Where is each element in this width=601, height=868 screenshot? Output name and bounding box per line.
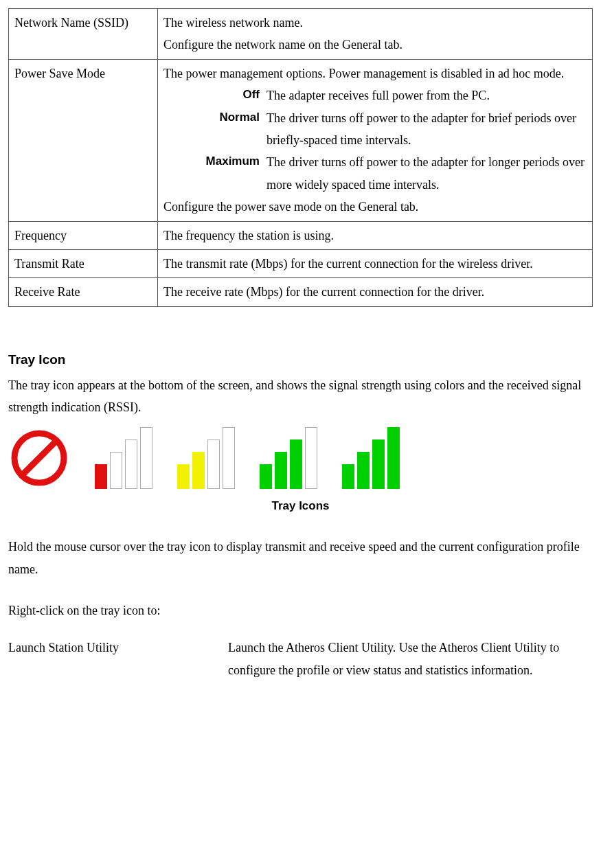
tray-icons-caption: Tray Icons (8, 496, 593, 517)
launch-row: Launch Station Utility Launch the Athero… (8, 637, 593, 681)
tray-hover-text: Hold the mouse cursor over the tray icon… (8, 536, 593, 580)
definitions-table: Network Name (SSID) The wireless network… (8, 8, 593, 307)
tray-intro: The tray icon appears at the bottom of t… (8, 374, 593, 419)
signal-good-icon (260, 427, 317, 489)
power-off-label: Off (163, 84, 267, 106)
tray-icons-row (8, 427, 593, 489)
frequency-desc: The frequency the station is using. (158, 221, 593, 249)
rxrate-label: Receive Rate (9, 278, 158, 306)
tray-rightclick-text: Right-click on the tray icon to: (8, 599, 593, 621)
ssid-label: Network Name (SSID) (9, 9, 158, 60)
rxrate-desc: The receive rate (Mbps) for the current … (158, 278, 593, 306)
power-label: Power Save Mode (9, 59, 158, 221)
signal-excellent-icon (342, 427, 400, 489)
launch-desc: Launch the Atheros Client Utility. Use t… (228, 637, 593, 681)
no-signal-icon (8, 427, 70, 489)
frequency-label: Frequency (9, 221, 158, 249)
ssid-line1: The wireless network name. (163, 12, 587, 34)
txrate-label: Transmit Rate (9, 249, 158, 277)
power-max-label: Maximum (163, 151, 267, 172)
power-normal-label: Normal (163, 107, 267, 128)
power-max-desc: The driver turns off power to the adapte… (267, 151, 587, 196)
signal-fair-icon (177, 427, 235, 489)
power-intro: The power management options. Power mana… (163, 62, 587, 84)
power-off-desc: The adapter receives full power from the… (267, 84, 587, 106)
svg-line-1 (22, 440, 56, 475)
ssid-desc: The wireless network name. Configure the… (158, 9, 593, 60)
signal-weak-icon (95, 427, 152, 489)
launch-label: Launch Station Utility (8, 637, 228, 659)
power-normal-desc: The driver turns off power to the adapte… (267, 107, 587, 152)
txrate-desc: The transmit rate (Mbps) for the current… (158, 249, 593, 277)
power-outro: Configure the power save mode on the Gen… (163, 196, 587, 218)
ssid-line2: Configure the network name on the Genera… (163, 34, 587, 56)
power-desc: The power management options. Power mana… (158, 59, 593, 221)
tray-icon-heading: Tray Icon (8, 348, 593, 372)
